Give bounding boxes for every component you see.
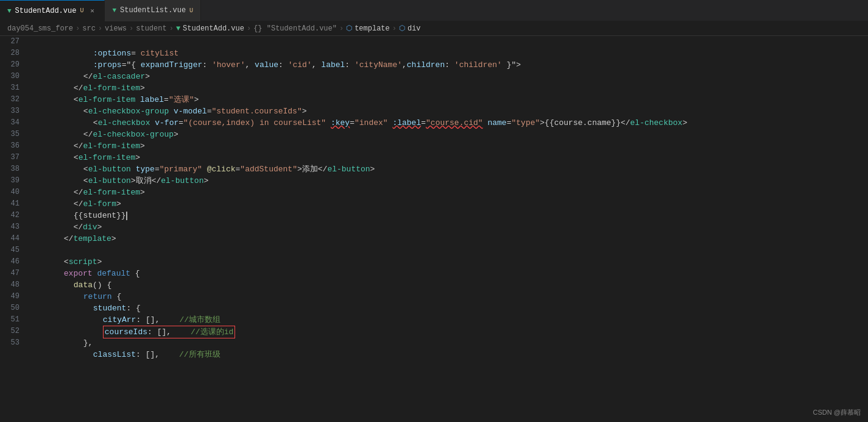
- breadcrumb-part-6: {} "StudentAdd.vue": [253, 24, 337, 33]
- code-line-37: <el-button type="primary" @click="addStu…: [35, 152, 868, 163]
- breadcrumb-part-4: student: [136, 24, 166, 33]
- code-line-46: export default {: [35, 256, 868, 268]
- code-line-28: :props="{ expandTrigger: 'hover', value:…: [35, 48, 868, 59]
- code-line-53: classList: [],//所有班级: [35, 337, 868, 349]
- code-line-33: <el-checkbox v-for="(course,index) in co…: [35, 106, 868, 117]
- tab-modified-2: U: [189, 7, 193, 14]
- line-numbers: 27 28 29 30 31 32 33 34 35 36 37 38 39 4…: [0, 36, 30, 422]
- vue-icon-1: ▼: [7, 7, 12, 15]
- breadcrumb-part-1: day054_sms_fore: [7, 24, 73, 33]
- code-line-29: </el-cascader>: [35, 59, 868, 71]
- code-line-45: <script>: [35, 245, 868, 256]
- code-line-52: },: [35, 326, 868, 337]
- code-line-32: <el-checkbox-group v-model="student.cour…: [35, 94, 868, 106]
- tab-label-2: StudentList.vue: [120, 6, 186, 15]
- editor: 27 28 29 30 31 32 33 34 35 36 37 38 39 4…: [0, 36, 868, 422]
- code-line-41: {{student}}: [35, 198, 868, 210]
- code-line-30: </el-form-item>: [35, 71, 868, 82]
- code-line-39: </el-form-item>: [35, 175, 868, 187]
- tab-label-1: StudentAdd.vue: [15, 7, 77, 15]
- code-line-42: </div>: [35, 210, 868, 221]
- breadcrumb-template-icon: ⬡: [346, 24, 352, 33]
- breadcrumb-part-3: views: [105, 24, 127, 33]
- code-line-48: return {: [35, 279, 868, 291]
- code-line-47: data() {: [35, 268, 868, 279]
- code-line-36: <el-form-item>: [35, 140, 868, 152]
- breadcrumb: day054_sms_fore › src › views › student …: [0, 21, 868, 36]
- tab-modified-1: U: [80, 7, 83, 14]
- breadcrumb-part-2: src: [82, 24, 96, 33]
- code-line-38: <el-button>取消</el-button>: [35, 163, 868, 175]
- code-line-34: </el-checkbox-group>: [35, 117, 868, 129]
- code-line-27: :options= cityList: [35, 36, 868, 48]
- breadcrumb-div-icon: ⬡: [399, 24, 405, 33]
- code-line-44: [35, 233, 868, 245]
- tab-student-add[interactable]: ▼ StudentAdd.vue U ✕: [0, 0, 105, 21]
- code-line-40: </el-form>: [35, 187, 868, 198]
- tab-close-1[interactable]: ✕: [87, 6, 97, 16]
- breadcrumb-part-5: StudentAdd.vue: [183, 24, 244, 33]
- code-line-31: <el-form-item label="选课">: [35, 82, 868, 94]
- tab-bar: ▼ StudentAdd.vue U ✕ ▼ StudentList.vue U: [0, 0, 868, 21]
- watermark: CSDN @薛慕昭: [813, 408, 861, 417]
- code-line-35: </el-form-item>: [35, 129, 868, 140]
- code-line-51: courseIds: [],//选课的id: [35, 314, 868, 326]
- breadcrumb-template: template: [355, 24, 390, 33]
- code-line-43: </template>: [35, 221, 868, 233]
- code-line-49: student: {: [35, 291, 868, 302]
- vue-icon-2: ▼: [112, 7, 116, 14]
- tab-student-list[interactable]: ▼ StudentList.vue U: [105, 0, 201, 21]
- breadcrumb-vue-icon: ▼: [176, 24, 180, 33]
- code-area[interactable]: :options= cityList :props="{ expandTrigg…: [30, 36, 868, 422]
- breadcrumb-div: div: [408, 24, 421, 33]
- code-line-50: cityArr: [],//城市数组: [35, 302, 868, 314]
